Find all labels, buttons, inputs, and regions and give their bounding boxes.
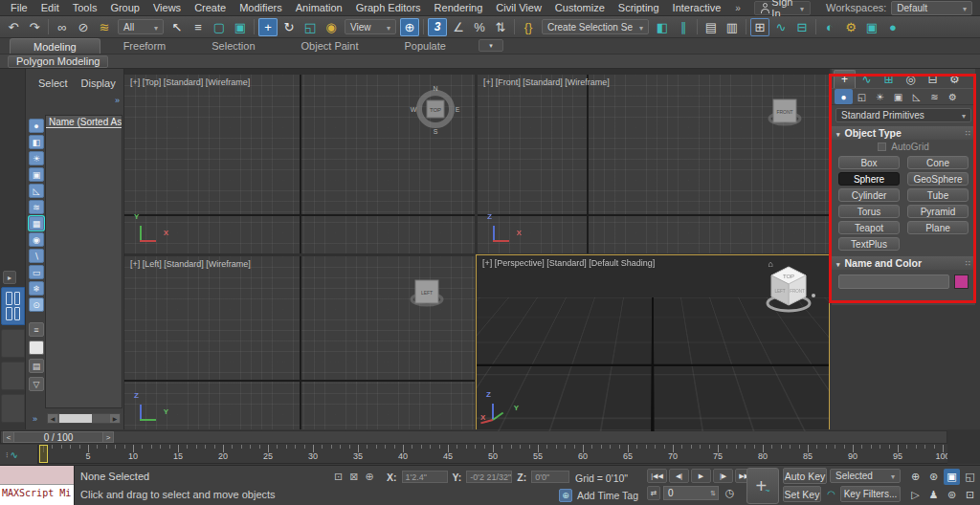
filter-geometry-icon[interactable]: ● <box>29 119 44 133</box>
category-geometry-icon[interactable]: ● <box>835 89 853 104</box>
explorer-columns-icon[interactable]: ▤ <box>29 359 44 373</box>
category-space-warps-icon[interactable]: ≋ <box>925 89 944 104</box>
time-configuration-icon[interactable]: ◷ <box>722 486 738 500</box>
horizontal-scrollbar[interactable]: ◀ ▶ <box>47 413 121 424</box>
track-bar[interactable]: 5101520253035404550556065707580859095100 <box>38 445 947 464</box>
filter-space-warps-icon[interactable]: ≋ <box>29 200 44 214</box>
object-type-button[interactable]: TextPlus <box>838 237 900 251</box>
viewcube-compass[interactable]: TOP N E S W <box>410 82 461 136</box>
use-pivot-point-icon[interactable]: ⊕ <box>400 18 419 36</box>
object-type-button[interactable]: Teapot <box>838 221 900 234</box>
walk-through-icon[interactable]: ♟ <box>925 487 942 503</box>
workspaces-dropdown[interactable]: Default <box>891 1 972 15</box>
select-object-icon[interactable]: ↖ <box>167 18 187 36</box>
tab-display[interactable]: Display <box>77 77 121 90</box>
y-coordinate-field[interactable]: -0'2 21/32" <box>466 471 512 483</box>
object-type-button[interactable]: GeoSphere <box>907 172 969 186</box>
render-production-icon[interactable]: ● <box>883 18 902 36</box>
viewport-label[interactable]: [+] [Left] [Standard] [Wireframe] <box>130 259 251 269</box>
render-setup-icon[interactable]: ⚙ <box>841 18 860 36</box>
viewport-perspective[interactable]: [+] [Perspective] [Standard] [Default Sh… <box>476 254 830 432</box>
menu-item[interactable]: Customize <box>548 1 612 14</box>
menu-item[interactable]: Tools <box>66 1 104 14</box>
time-slider-thumb[interactable]: < 0 / 100 > <box>3 431 114 443</box>
tab-select[interactable]: Select <box>33 77 73 90</box>
undo-icon[interactable]: ↶ <box>4 18 23 36</box>
current-frame-marker[interactable] <box>39 445 48 463</box>
layer-list-icon[interactable]: ▥ <box>723 18 742 36</box>
menu-item[interactable]: Civil View <box>489 1 547 14</box>
name-and-color-rollout-header[interactable]: Name and Color <box>832 256 975 270</box>
name-column-header[interactable]: Name (Sorted Ascend <box>46 116 122 128</box>
next-frame-button[interactable]: |▶ <box>713 469 733 483</box>
autogrid-checkbox[interactable] <box>878 143 886 151</box>
display-tab-icon[interactable]: ⊟ <box>922 70 944 88</box>
scene-explorer-list[interactable]: Name (Sorted Ascend <box>45 115 122 408</box>
ribbon-tab-modeling[interactable]: Modeling <box>10 38 100 54</box>
key-mode-dropdown[interactable]: Selected <box>830 469 901 483</box>
previous-frame-button[interactable]: ◀| <box>669 469 689 483</box>
create-tab-icon[interactable]: + <box>834 70 856 88</box>
material-editor-icon[interactable]: ◐ <box>820 18 839 36</box>
maxscript-mini-listener[interactable]: MAXScript Mi <box>0 466 75 505</box>
layer-explorer-icon[interactable]: ▤ <box>702 18 721 36</box>
select-by-name-icon[interactable]: ≡ <box>189 18 208 36</box>
object-type-button[interactable]: Sphere <box>838 172 900 186</box>
object-type-button[interactable]: Torus <box>838 205 900 218</box>
filter-shapes-icon[interactable]: ◧ <box>29 135 44 149</box>
filter-ik-icon[interactable]: ∖ <box>29 249 44 263</box>
filter-frozen-icon[interactable]: ❄ <box>29 281 44 296</box>
menu-item[interactable]: Rendering <box>428 1 490 14</box>
filter-containers-icon[interactable]: ▭ <box>29 265 44 279</box>
object-type-button[interactable]: Cylinder <box>838 188 900 202</box>
redo-icon[interactable]: ↷ <box>25 18 44 36</box>
filter-lights-icon[interactable]: ☀ <box>29 151 44 165</box>
spinner-snap-icon[interactable]: ⇅ <box>491 18 510 36</box>
category-cameras-icon[interactable]: ▣ <box>889 89 907 104</box>
viewport-layout-tab[interactable] <box>1 362 25 390</box>
utilities-tab-icon[interactable]: ⚙ <box>944 70 966 88</box>
zoom-icon[interactable]: ⊕ <box>907 469 924 485</box>
ribbon-tab-selection[interactable]: Selection <box>189 38 278 54</box>
bind-to-space-warp-icon[interactable]: ≋ <box>95 18 114 36</box>
object-type-rollout-header[interactable]: Object Type <box>832 126 975 140</box>
object-type-button[interactable]: Pyramid <box>907 205 969 218</box>
viewport-layout-tab[interactable] <box>1 394 25 423</box>
angle-snap-icon[interactable]: ∠ <box>449 18 468 36</box>
align-icon[interactable]: ∥ <box>674 18 693 36</box>
object-name-field[interactable] <box>838 274 949 289</box>
modify-tab-icon[interactable]: ∿ <box>856 70 878 88</box>
polygon-modeling-button[interactable]: Polygon Modeling <box>8 55 108 68</box>
viewcube[interactable]: LEFT <box>408 274 446 312</box>
explorer-swatch-icon[interactable] <box>29 340 44 355</box>
set-keys-button[interactable]: + ~ <box>746 468 779 504</box>
menu-item[interactable]: Views <box>146 1 188 14</box>
ribbon-tab-populate[interactable]: Populate <box>381 38 468 54</box>
viewport-layout-tab[interactable] <box>1 329 25 358</box>
set-key-button[interactable]: Set Key <box>783 486 821 502</box>
previous-frame-nudge[interactable]: < <box>3 431 14 443</box>
viewport-layout-tab-2x2[interactable] <box>1 287 25 325</box>
category-shapes-icon[interactable]: ◱ <box>853 89 871 104</box>
key-mode-toggle-icon[interactable]: ⇄ <box>647 486 660 500</box>
category-helpers-icon[interactable]: ◺ <box>907 89 925 104</box>
zoom-extents-icon[interactable]: ▣ <box>944 469 960 485</box>
object-type-button[interactable]: Plane <box>907 221 969 234</box>
z-coordinate-field[interactable]: 0'0" <box>531 471 569 483</box>
ribbon-tab-freeform[interactable]: Freeform <box>100 38 189 54</box>
play-button[interactable]: ▶ <box>691 469 711 483</box>
maxscript-macro-pane[interactable] <box>0 466 74 485</box>
menu-item[interactable]: Modifiers <box>233 1 289 14</box>
schematic-view-icon[interactable]: ⊟ <box>792 18 812 36</box>
edit-named-selection-sets-icon[interactable]: {} <box>519 18 538 36</box>
transform-gizmo-icon[interactable]: ⊕ <box>365 471 373 483</box>
key-filters-button[interactable]: Key Filters... <box>840 486 901 502</box>
ribbon-config-dropdown-icon[interactable]: ▾ <box>479 39 503 52</box>
percent-snap-icon[interactable]: % <box>470 18 489 36</box>
menu-item[interactable]: Scripting <box>612 1 666 14</box>
current-frame-field[interactable]: 0 ⇅ <box>663 486 719 500</box>
time-slider-track[interactable]: < 0 / 100 > <box>0 430 947 444</box>
isolate-selection-icon[interactable]: ⊡ <box>334 471 343 483</box>
sign-in-menu[interactable]: Sign In <box>754 1 811 15</box>
object-type-button[interactable]: Box <box>838 156 900 169</box>
